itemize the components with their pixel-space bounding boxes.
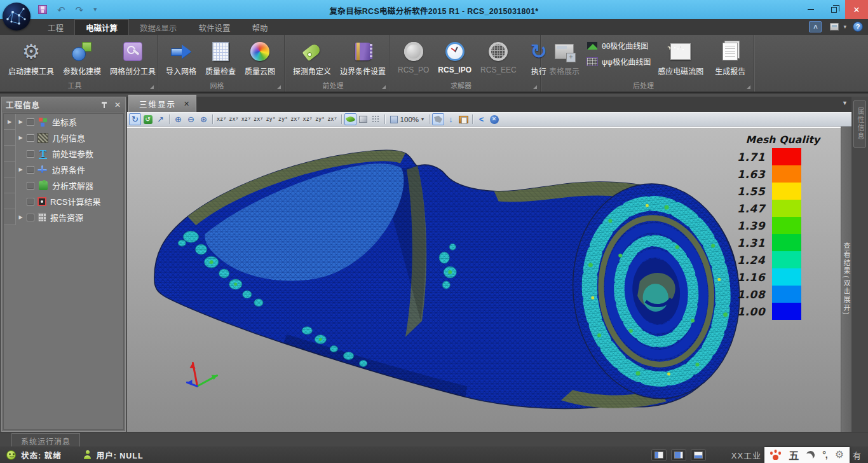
ime-wubi-indicator[interactable]: 五: [789, 447, 799, 462]
launch-modeling-tool-button[interactable]: ⚙ 启动建模工具: [4, 39, 58, 78]
ime-paw-icon[interactable]: [770, 450, 781, 460]
view-orientation-button[interactable]: zxʸ: [227, 113, 240, 125]
plane-view-button[interactable]: [357, 113, 369, 125]
layout-left-button[interactable]: [651, 449, 667, 461]
expander-arrow-icon[interactable]: ▶: [16, 214, 25, 220]
parametric-modeling-button[interactable]: 参数化建模: [58, 39, 105, 78]
view-orientation-button[interactable]: zxʸ: [289, 113, 301, 125]
view-orientation-button[interactable]: xzʸ: [302, 113, 314, 125]
ime-punctuation-indicator[interactable]: °,: [822, 450, 827, 460]
save-icon[interactable]: [38, 5, 47, 14]
tree-checkbox[interactable]: [27, 150, 34, 158]
generate-report-button[interactable]: 生成报告: [710, 39, 750, 78]
import-mesh-button[interactable]: 导入网格: [161, 39, 201, 78]
properties-side-tab[interactable]: 属性信息: [853, 100, 866, 148]
clear-view-button[interactable]: ✕: [488, 113, 500, 125]
menu-tab-help[interactable]: 帮助: [241, 19, 278, 35]
menu-tab-software-settings[interactable]: 软件设置: [187, 19, 241, 35]
panel-close-icon[interactable]: ✕: [114, 100, 121, 109]
quality-check-button[interactable]: 质量检查: [201, 39, 240, 78]
results-side-tab[interactable]: 查看结果(双击展开): [841, 127, 851, 432]
rcs-po-button[interactable]: RCS_PO: [393, 39, 433, 76]
group-corner-icon[interactable]: [747, 85, 750, 89]
app-logo[interactable]: [3, 3, 31, 31]
tab-3d-display[interactable]: 三维显示 ✕: [128, 95, 196, 112]
display-mode-caret-icon[interactable]: ▾: [843, 24, 846, 30]
refresh-view-button[interactable]: ↺: [142, 113, 154, 125]
tree-checkbox[interactable]: [27, 214, 34, 221]
layout-split-button[interactable]: [671, 449, 686, 461]
tree-item-geometry-info[interactable]: ▶ 几何信息: [4, 130, 123, 146]
shaded-view-button[interactable]: [344, 113, 356, 125]
view-orientation-button[interactable]: zyˣ: [264, 113, 276, 125]
zoom-level-dropdown[interactable]: 100% ▾: [388, 116, 426, 123]
expander-arrow-icon[interactable]: ▶: [16, 119, 25, 125]
ribbon-collapse-button[interactable]: ˄: [809, 21, 822, 32]
tree-item-preprocess-params[interactable]: T 前处理参数: [4, 146, 123, 162]
group-corner-icon[interactable]: [277, 85, 281, 89]
rcs-ipo-button[interactable]: RCS_IPO: [433, 39, 476, 76]
tab-overflow-icon[interactable]: ▼: [842, 100, 848, 106]
expander-arrow-icon[interactable]: ▶: [16, 135, 25, 141]
close-button[interactable]: ✕: [845, 0, 868, 19]
group-corner-icon[interactable]: [533, 85, 537, 89]
tree-item-boundary-conditions[interactable]: ▶ 边界条件: [4, 162, 123, 177]
display-mode-button[interactable]: [828, 21, 841, 32]
rcs-eec-button[interactable]: RCS_EEC: [476, 39, 521, 76]
zoom-fit-button[interactable]: ⊛: [198, 113, 210, 125]
group-corner-icon[interactable]: [150, 85, 154, 89]
grid-points-button[interactable]: [370, 113, 382, 125]
tab-close-icon[interactable]: ✕: [184, 100, 189, 108]
tree-item-coordinate-system[interactable]: ▶ ▶ 坐标系: [4, 114, 123, 130]
polygon-select-button[interactable]: [432, 113, 444, 125]
probe-angle-define-button[interactable]: 探测角定义: [288, 39, 336, 78]
table-display-button[interactable]: 表格展示: [545, 39, 584, 78]
button-label: ψψ极化曲线图: [602, 56, 651, 67]
tree-checkbox[interactable]: [27, 198, 34, 205]
tree-checkbox[interactable]: [27, 182, 34, 190]
capture-button[interactable]: [458, 113, 470, 125]
restore-button[interactable]: [822, 0, 845, 19]
undo-icon[interactable]: ↶: [57, 5, 65, 15]
view-orientation-button[interactable]: xzʸ: [240, 113, 252, 125]
view-orientation-button[interactable]: zyˣ: [277, 113, 289, 125]
expander-arrow-icon[interactable]: ▶: [5, 119, 15, 125]
psi-polar-curve-button[interactable]: ψψ极化曲线图: [587, 56, 651, 67]
mesh-partition-tool-button[interactable]: 网格剖分工具: [105, 39, 160, 78]
view-orientation-button[interactable]: xzʸ: [215, 113, 227, 125]
share-nodes-button[interactable]: <: [475, 113, 487, 125]
moon-icon[interactable]: [805, 450, 816, 460]
zoom-out-button[interactable]: ⊖: [185, 113, 197, 125]
view-orientation-button[interactable]: zyˣ: [314, 113, 326, 125]
redo-icon[interactable]: ↷: [76, 5, 84, 15]
quick-access-dropdown-icon[interactable]: ▾: [93, 6, 97, 13]
tree-item-rcs-results[interactable]: RCS计算结果: [4, 193, 123, 209]
menu-tab-project[interactable]: 工程: [37, 19, 74, 35]
drop-down-view-button[interactable]: ↓: [445, 113, 457, 125]
tree-item-analysis-solver[interactable]: 分析求解器: [4, 177, 123, 193]
zoom-in-button[interactable]: ⊕: [172, 113, 184, 125]
zoom-level-value: 100%: [400, 116, 419, 123]
induced-current-map-button[interactable]: 感应电磁流图: [653, 39, 708, 78]
layout-bottom-button[interactable]: [691, 449, 706, 461]
group-corner-icon[interactable]: [382, 85, 386, 89]
ime-settings-gear-icon[interactable]: ⚙: [835, 450, 844, 460]
view-orientation-button[interactable]: zxʸ: [326, 113, 338, 125]
minimize-button[interactable]: [799, 0, 822, 19]
rotate-view-button[interactable]: ↻: [129, 113, 141, 125]
boundary-condition-settings-button[interactable]: 边界条件设置: [336, 39, 390, 78]
menu-tab-data-display[interactable]: 数据&显示: [129, 19, 187, 35]
pin-icon[interactable]: [100, 101, 108, 109]
tree-checkbox[interactable]: [27, 166, 34, 174]
menu-tab-em-computation[interactable]: 电磁计算: [74, 19, 129, 35]
quality-cloudmap-button[interactable]: 质量云图: [240, 39, 280, 78]
help-button[interactable]: ?: [853, 22, 863, 32]
viewport-3d[interactable]: Mesh Quality 1.711.631.551.471.391.311.2…: [127, 127, 841, 432]
tree-item-report-resources[interactable]: ▶ 报告资源: [4, 209, 123, 225]
pan-view-button[interactable]: ↗: [154, 113, 166, 125]
view-orientation-button[interactable]: zxʸ: [252, 113, 264, 125]
expander-arrow-icon[interactable]: ▶: [16, 167, 25, 172]
tree-checkbox[interactable]: [27, 118, 34, 126]
tree-checkbox[interactable]: [27, 134, 34, 142]
theta-polar-curve-button[interactable]: θθ极化曲线图: [587, 40, 651, 51]
